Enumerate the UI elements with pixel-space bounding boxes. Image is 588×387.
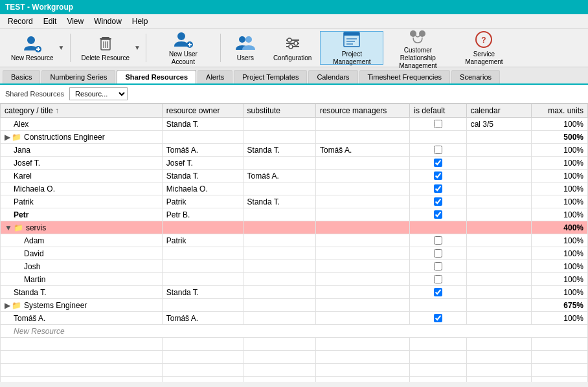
cell-isdefault[interactable] [410, 131, 466, 144]
tab-shared-resources[interactable]: Shared Resources [117, 70, 196, 83]
cell-managers [315, 260, 409, 273]
cell-maxunits: 500% [531, 131, 587, 144]
cell-maxunits: 675% [531, 299, 587, 312]
collapse-icon[interactable]: ▼ [5, 223, 12, 232]
tab-calendars[interactable]: Calendars [308, 70, 357, 83]
cell-isdefault[interactable] [410, 170, 466, 182]
table-row[interactable]: AlexStanda T.cal 3/5100% [1, 118, 588, 131]
cell-isdefault[interactable] [410, 312, 466, 325]
col-managers[interactable]: resource managers [315, 104, 409, 118]
new-user-account-icon [173, 30, 194, 49]
cell-isdefault[interactable] [410, 157, 466, 170]
expand-icon[interactable]: ▶ [5, 133, 10, 142]
table-row[interactable]: JanaTomáš A.Standa T.Tomáš A.100% [1, 144, 588, 157]
isdefault-checkbox[interactable] [434, 197, 442, 206]
table-row[interactable]: Tomáš A.Tomáš A.100% [1, 312, 588, 325]
col-isdefault[interactable]: is default [410, 104, 466, 118]
col-category[interactable]: category / title [1, 104, 163, 118]
col-substitute[interactable]: substitute [243, 104, 315, 118]
isdefault-checkbox[interactable] [434, 159, 442, 167]
new-resource-row[interactable]: New Resource [1, 325, 588, 338]
isdefault-checkbox[interactable] [434, 288, 442, 296]
filter-select[interactable]: Resourc... Resource [69, 87, 128, 100]
cell-isdefault[interactable] [410, 144, 466, 157]
cell-title: Patrik [1, 195, 163, 208]
tab-numbering-series[interactable]: Numbering Series [41, 70, 115, 83]
cell-isdefault[interactable] [410, 286, 466, 299]
col-maxunits[interactable]: max. units [531, 104, 587, 118]
table-row[interactable]: Michaela O.Michaela O.100% [1, 182, 588, 195]
cell-isdefault[interactable] [410, 299, 466, 312]
table-row[interactable]: PetrPetr B.100% [1, 208, 588, 221]
table-row[interactable]: ▶📁Constructions Engineer500% [1, 131, 588, 144]
menu-bar: Record Edit View Window Help [0, 14, 588, 28]
cell-isdefault[interactable] [410, 234, 466, 247]
row-title: David [24, 249, 44, 258]
cell-isdefault[interactable] [410, 195, 466, 208]
svg-rect-4 [102, 37, 109, 38]
menu-record[interactable]: Record [3, 16, 38, 27]
new-user-account-button[interactable]: New User Account [152, 31, 215, 65]
isdefault-checkbox[interactable] [434, 275, 442, 283]
delete-resource-dropdown[interactable]: ▼ [134, 44, 141, 51]
table-row[interactable]: ▶📁Systems Engineer675% [1, 299, 588, 312]
menu-help[interactable]: Help [127, 16, 153, 27]
tab-scenarios[interactable]: Scenarios [451, 70, 500, 83]
table-row[interactable]: ▼📁servis400% [1, 221, 588, 234]
tab-timesheet-frequencies[interactable]: Timesheet Frequencies [359, 70, 451, 83]
col-owner[interactable]: resource owner [162, 104, 243, 118]
isdefault-checkbox[interactable] [434, 236, 442, 245]
table-row[interactable]: New Resource [1, 325, 588, 338]
isdefault-checkbox[interactable] [434, 171, 442, 180]
delete-resource-icon [95, 34, 116, 53]
cell-isdefault[interactable] [410, 208, 466, 221]
crm-button[interactable]: Customer Relationship Management [386, 31, 449, 65]
cell-isdefault[interactable] [410, 273, 466, 286]
svg-point-15 [245, 36, 252, 43]
cell-owner: Josef T. [162, 157, 243, 170]
menu-window[interactable]: Window [89, 16, 127, 27]
service-management-button[interactable]: ? Service Management [452, 31, 515, 65]
cell-owner: Petr B. [162, 208, 243, 221]
delete-resource-button[interactable]: Delete Resource [76, 31, 135, 65]
isdefault-checkbox[interactable] [434, 262, 442, 271]
new-resource-button[interactable]: New Resource [5, 31, 60, 65]
cell-isdefault[interactable] [410, 118, 466, 131]
cell-managers [315, 195, 409, 208]
menu-edit[interactable]: Edit [38, 16, 62, 27]
table-row[interactable]: Standa T.Standa T.100% [1, 286, 588, 299]
cell-owner [162, 299, 243, 312]
row-title: Tomáš A. [14, 314, 45, 323]
cell-calendar [466, 131, 531, 144]
cell-isdefault[interactable] [410, 247, 466, 260]
cell-isdefault[interactable] [410, 260, 466, 273]
project-management-button[interactable]: Project Management [320, 31, 383, 65]
isdefault-checkbox[interactable] [434, 146, 442, 154]
new-resource-dropdown[interactable]: ▼ [58, 44, 65, 51]
users-button[interactable]: Users [226, 31, 265, 65]
isdefault-checkbox[interactable] [434, 120, 442, 128]
table-row[interactable]: Martin100% [1, 273, 588, 286]
table-row[interactable]: PatrikPatrikStanda T.100% [1, 195, 588, 208]
table-row[interactable]: David100% [1, 247, 588, 260]
tab-project-templates[interactable]: Project Templates [234, 70, 307, 83]
tab-alerts[interactable]: Alerts [198, 70, 232, 83]
table-row[interactable]: KarelStanda T.Tomáš A.100% [1, 170, 588, 182]
table-row[interactable]: Josef T.Josef T.100% [1, 157, 588, 170]
expand-icon[interactable]: ▶ [5, 301, 10, 310]
isdefault-checkbox[interactable] [434, 210, 442, 219]
configuration-button[interactable]: Configuration [267, 31, 317, 65]
isdefault-checkbox[interactable] [434, 314, 442, 322]
tab-basics[interactable]: Basics [3, 70, 40, 83]
col-calendar[interactable]: calendar [466, 104, 531, 118]
cell-owner: Michaela O. [162, 182, 243, 195]
isdefault-checkbox[interactable] [434, 184, 442, 193]
folder-icon: 📁 [14, 223, 23, 232]
menu-view[interactable]: View [62, 16, 89, 27]
cell-isdefault[interactable] [410, 221, 466, 234]
cell-owner [162, 260, 243, 273]
isdefault-checkbox[interactable] [434, 249, 442, 258]
cell-isdefault[interactable] [410, 182, 466, 195]
table-row[interactable]: Josh100% [1, 260, 588, 273]
table-row[interactable]: AdamPatrik100% [1, 234, 588, 247]
